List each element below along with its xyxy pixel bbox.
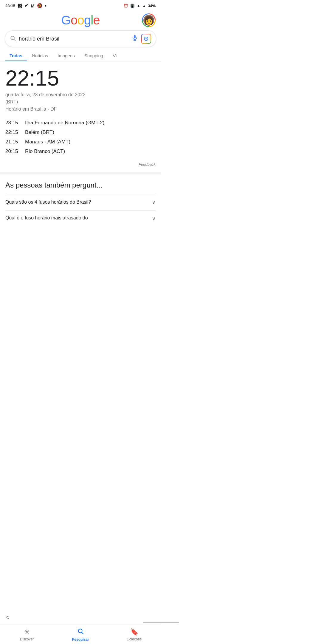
paa-question-1: Qual é o fuso horário mais atrasado do — [5, 215, 152, 221]
list-item: 21:15 Manaus - AM (AMT) — [5, 137, 156, 147]
svg-rect-2 — [134, 35, 136, 38]
dot-icon: • — [45, 3, 47, 8]
wifi-icon: ▲ — [137, 4, 140, 8]
google-lens-icon[interactable] — [141, 34, 151, 44]
tab-vi[interactable]: Vi — [108, 50, 121, 61]
signal-icon: ▲ — [142, 4, 146, 8]
user-avatar-wrapper[interactable]: 👩 — [142, 13, 156, 27]
timezone-abbr: (BRT) — [5, 99, 18, 104]
search-bar[interactable]: horário em Brasil — [5, 30, 156, 47]
tz-city-3: Rio Branco (ACT) — [25, 148, 65, 154]
tz-city-0: Ilha Fernando de Noronha (GMT-2) — [25, 120, 104, 126]
status-bar: 23:15 🖼 ✔ M 🔕 • ⏰ 📳 ▲ ▲ 34% — [0, 0, 161, 10]
mail-icon: M — [31, 3, 35, 8]
photo-icon: 🖼 — [18, 3, 22, 8]
search-bar-container: horário em Brasil — [0, 30, 161, 50]
status-time: 23:15 🖼 ✔ M 🔕 • — [5, 3, 47, 8]
vibrate-icon: 📳 — [130, 4, 135, 8]
timezone-list: 23:15 Ilha Fernando de Noronha (GMT-2) 2… — [5, 118, 156, 156]
chevron-down-icon-0: ∨ — [152, 199, 156, 205]
list-item: 23:15 Ilha Fernando de Noronha (GMT-2) — [5, 118, 156, 128]
date-text: quarta-feira, 23 de novembro de 2022 — [5, 92, 86, 97]
location-text: Horário em Brasília - DF — [5, 106, 57, 112]
paa-question-0: Quais são os 4 fusos horários do Brasil? — [5, 199, 152, 205]
notification-icon: 🔕 — [37, 3, 43, 8]
tz-time-0: 23:15 — [5, 120, 20, 126]
tz-city-2: Manaus - AM (AMT) — [25, 139, 70, 145]
section-divider — [0, 172, 161, 174]
time-card: 22:15 quarta-feira, 23 de novembro de 20… — [0, 61, 161, 172]
tab-noticias[interactable]: Notícias — [27, 50, 53, 61]
current-time: 22:15 — [5, 67, 156, 89]
list-item: 22:15 Belém (BRT) — [5, 128, 156, 137]
paa-title: As pessoas também pergunt... — [5, 180, 156, 190]
google-logo: Google — [61, 13, 100, 27]
tab-imagens[interactable]: Imagens — [53, 50, 80, 61]
tz-time-2: 21:15 — [5, 139, 20, 145]
app-header: Google 👩 — [0, 10, 161, 30]
svg-line-1 — [14, 39, 15, 41]
svg-point-0 — [11, 36, 14, 40]
tab-todas[interactable]: Todas — [5, 50, 27, 61]
search-icon — [10, 35, 16, 43]
paa-item-0[interactable]: Quais são os 4 fusos horários do Brasil?… — [5, 194, 156, 210]
paa-item-1[interactable]: Qual é o fuso horário mais atrasado do ∨ — [5, 210, 156, 225]
tz-time-3: 20:15 — [5, 148, 20, 154]
svg-point-7 — [145, 38, 147, 39]
people-also-ask-section: As pessoas também pergunt... Quais são o… — [0, 174, 161, 225]
alarm-icon: ⏰ — [123, 4, 128, 8]
clock-display: 23:15 — [5, 4, 15, 8]
tz-city-1: Belém (BRT) — [25, 129, 54, 135]
battery-display: 34% — [148, 4, 156, 8]
tz-time-1: 22:15 — [5, 129, 20, 135]
status-right: ⏰ 📳 ▲ ▲ 34% — [123, 4, 156, 8]
search-query[interactable]: horário em Brasil — [19, 36, 129, 42]
avatar: 👩 — [143, 14, 155, 26]
list-item: 20:15 Rio Branco (ACT) — [5, 147, 156, 156]
microphone-icon[interactable] — [131, 35, 138, 43]
date-info: quarta-feira, 23 de novembro de 2022 (BR… — [5, 91, 156, 113]
chevron-down-icon-1: ∨ — [152, 215, 156, 222]
search-tabs: Todas Notícias Imagens Shopping Vi — [0, 50, 161, 61]
tab-shopping[interactable]: Shopping — [80, 50, 108, 61]
feedback-link[interactable]: Feedback — [5, 160, 156, 168]
task-icon: ✔ — [24, 3, 28, 8]
